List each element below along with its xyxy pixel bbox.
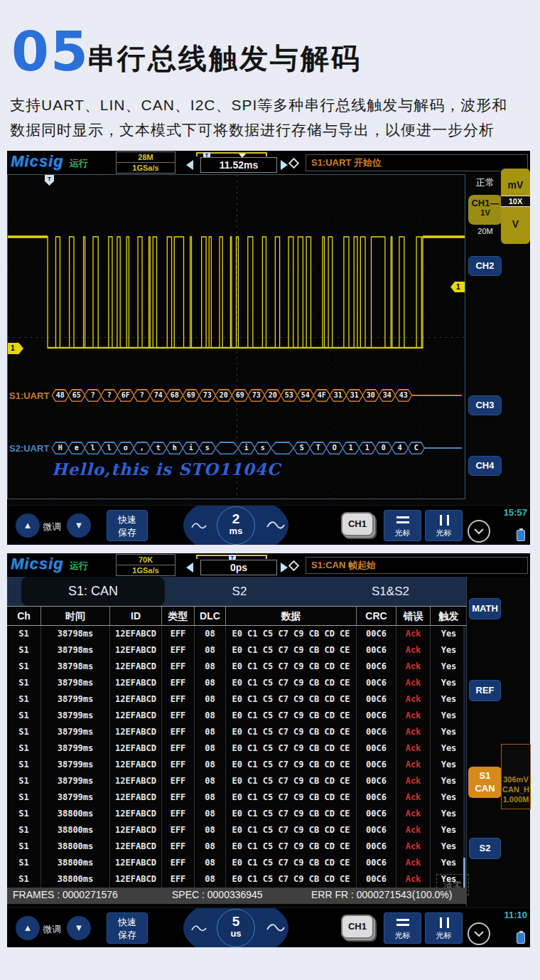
tab-s1-can[interactable]: S1: CAN (21, 577, 165, 606)
table-cell: Yes (431, 724, 467, 740)
table-row[interactable]: S138798ms12EFABCDEFF08E0 C1 C5 C7 C9 CB … (7, 675, 467, 691)
table-row[interactable]: S138799ms12EFABCDEFF08E0 C1 C5 C7 C9 CB … (7, 724, 467, 740)
horizontal-position-bar[interactable]: T (196, 555, 267, 559)
table-row[interactable]: S138799ms12EFABCDEFF08E0 C1 C5 C7 C9 CB … (7, 740, 467, 757)
cursor-vertical-button[interactable]: 光标 (425, 510, 463, 541)
table-cell: EFF (162, 789, 195, 806)
collapse-menu-button[interactable] (468, 520, 490, 543)
quick-save-line1: 快速 (107, 916, 147, 929)
trigger-info[interactable]: S1:CAN 帧起始 (306, 557, 528, 574)
table-cell: Ack (396, 708, 431, 724)
tab-s2[interactable]: S2 (165, 577, 314, 606)
probe-unit-v[interactable]: V (501, 207, 530, 238)
table-cell: E0 C1 C5 C7 C9 CB CD CE (226, 822, 357, 838)
table-row[interactable]: S138799ms12EFABCDEFF08E0 C1 C5 C7 C9 CB … (7, 757, 467, 773)
table-cell: 12EFABCD (110, 773, 162, 789)
s1-can-button[interactable]: S1 CAN (468, 767, 502, 798)
cursor-horizontal-button[interactable]: 光标 (384, 510, 421, 541)
table-row[interactable]: S138798ms12EFABCDEFF08E0 C1 C5 C7 C9 CB … (7, 659, 467, 675)
probe-panel[interactable]: mV 10X V (501, 169, 530, 244)
cursor-horizontal-button[interactable]: 光标 (384, 912, 421, 944)
table-cell: EFF (162, 740, 195, 757)
table-cell: E0 C1 C5 C7 C9 CB CD CE (226, 789, 357, 806)
decode-symbol: 68 (166, 389, 183, 402)
channel2-button[interactable]: CH2 (468, 256, 502, 276)
quick-save-button[interactable]: 快速 保存 (107, 510, 148, 541)
quick-save-line1: 快速 (107, 513, 147, 526)
pan-left-icon[interactable] (186, 563, 193, 572)
collapse-menu-button[interactable] (468, 922, 490, 945)
table-cell: 00C6 (357, 724, 396, 740)
acquisition-info[interactable]: 28M 1GSa/s (116, 151, 176, 174)
timebase-knob[interactable]: 5 us (217, 909, 255, 947)
battery-icon (517, 530, 525, 541)
table-cell: E0 C1 C5 C7 C9 CB CD CE (226, 659, 357, 675)
ref-button[interactable]: REF (469, 680, 501, 701)
decode-symbol: 65 (68, 389, 85, 402)
horizontal-offset-value[interactable]: 0ps (200, 560, 277, 575)
table-cell: 08 (195, 838, 226, 855)
decode-s2-values: Hello,thisisSTO1104C (51, 442, 462, 454)
channel3-button[interactable]: CH3 (468, 395, 502, 415)
fine-up-button[interactable]: ▲ (16, 513, 40, 538)
table-scrollbar[interactable] (463, 626, 465, 888)
pan-right-icon[interactable] (281, 160, 288, 170)
timebase-knob[interactable]: 2 ms (217, 506, 255, 545)
run-status[interactable]: 运行 (70, 560, 88, 572)
table-cell: E0 C1 C5 C7 C9 CB CD CE (226, 708, 357, 724)
acquisition-info[interactable]: 70K 1GSa/s (116, 554, 176, 576)
table-row[interactable]: S138799ms12EFABCDEFF08E0 C1 C5 C7 C9 CB … (7, 789, 467, 806)
trigger-info[interactable]: S1:UART 开始位 (306, 154, 528, 171)
horizontal-position-bar[interactable]: T (196, 152, 267, 156)
fine-up-button[interactable]: ▲ (16, 916, 40, 940)
timebase-value: 2 (217, 512, 254, 526)
channel-select-button[interactable]: CH1 (341, 512, 374, 536)
table-cell: 12EFABCD (110, 871, 162, 888)
table-row[interactable]: S138798ms12EFABCDEFF08E0 C1 C5 C7 C9 CB … (7, 626, 467, 642)
table-body[interactable]: S138798ms12EFABCDEFF08E0 C1 C5 C7 C9 CB … (7, 626, 467, 888)
table-row[interactable]: S138800ms12EFABCDEFF08E0 C1 C5 C7 C9 CB … (7, 838, 467, 855)
table-cell: Ack (396, 871, 431, 888)
table-row[interactable]: S138800ms12EFABCDEFF08E0 C1 C5 C7 C9 CB … (7, 822, 467, 838)
s2-button[interactable]: S2 (469, 838, 501, 859)
table-cell: 38799ms (41, 724, 110, 740)
waveform-display[interactable]: T 1 1 S1:UART 4865??6F?74686973206973205… (7, 174, 465, 499)
table-cell: 38798ms (41, 659, 110, 675)
scope-bottom-bar: ▲ 微调 ▼ 快速 保存 5 us CH1 光标 光标 11:10 (7, 907, 530, 947)
table-cell: 08 (195, 626, 226, 642)
decode-symbol: 69 (231, 389, 249, 402)
fine-down-button[interactable]: ▼ (67, 916, 91, 940)
probe-unit-mv[interactable]: mV (501, 169, 530, 196)
decode-bus-s2[interactable]: S2:UART Hello,thisisSTO1104C (9, 441, 462, 455)
table-row[interactable]: S138798ms12EFABCDEFF08E0 C1 C5 C7 C9 CB … (7, 642, 467, 659)
table-cell: 08 (195, 789, 226, 806)
pan-right-icon[interactable] (281, 563, 288, 572)
horizontal-offset-value[interactable]: 11.52ms (200, 157, 277, 173)
table-row[interactable]: S138799ms12EFABCDEFF08E0 C1 C5 C7 C9 CB … (7, 708, 467, 724)
math-button[interactable]: MATH (469, 598, 501, 619)
run-status[interactable]: 运行 (70, 157, 88, 170)
table-row[interactable]: S138799ms12EFABCDEFF08E0 C1 C5 C7 C9 CB … (7, 691, 467, 708)
fine-down-button[interactable]: ▼ (67, 513, 91, 538)
table-row[interactable]: S138799ms12EFABCDEFF08E0 C1 C5 C7 C9 CB … (7, 773, 467, 789)
fine-adjust-label: 微调 (43, 521, 61, 533)
channel1-button[interactable]: CH1— 1V (468, 195, 502, 225)
channel-select-button[interactable]: CH1 (341, 915, 374, 939)
sine-small-icon (190, 520, 207, 531)
decode-bus-s1[interactable]: S1:UART 4865??6F?746869732069732053544F3… (9, 388, 462, 403)
tab-s1s2[interactable]: S1&S2 (314, 577, 467, 606)
pan-left-icon[interactable] (186, 160, 193, 170)
table-row[interactable]: S138800ms12EFABCDEFF08E0 C1 C5 C7 C9 CB … (7, 806, 467, 822)
channel4-button[interactable]: CH4 (468, 456, 502, 476)
decode-symbol: 0 (374, 442, 392, 454)
probe-attenuation[interactable]: 10X (501, 196, 530, 207)
table-cell: EFF (162, 724, 195, 740)
cursor-vertical-button[interactable]: 光标 (425, 912, 463, 944)
section-number: 05 (11, 20, 90, 83)
s1-line2: CAN (468, 782, 502, 795)
table-row[interactable]: S138800ms12EFABCDEFF08E0 C1 C5 C7 C9 CB … (7, 855, 467, 871)
table-row[interactable]: S138800ms12EFABCDEFF08E0 C1 C5 C7 C9 CB … (7, 871, 467, 888)
quick-save-button[interactable]: 快速 保存 (107, 912, 148, 944)
table-cell: 12EFABCD (110, 675, 162, 691)
cursor-label: 光标 (384, 930, 421, 941)
